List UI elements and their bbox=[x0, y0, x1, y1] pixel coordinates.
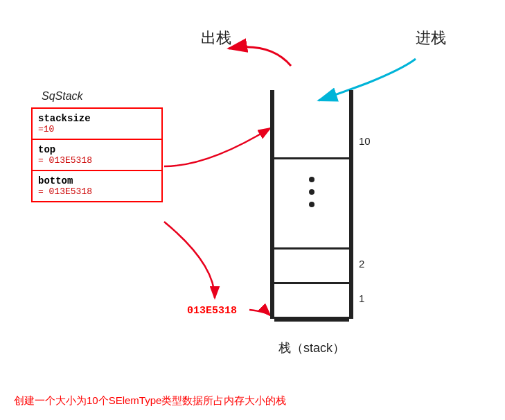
sqstack-label: SqStack bbox=[42, 90, 83, 103]
stack-num-10: 10 bbox=[359, 135, 371, 147]
top-name: top bbox=[38, 144, 156, 155]
stack-num-2: 2 bbox=[359, 258, 364, 270]
stacksize-value: =10 bbox=[38, 124, 156, 134]
chuzhan-label: 出栈 bbox=[201, 28, 231, 49]
stack-cell-10 bbox=[274, 125, 349, 159]
bottom-description: 创建一个大小为10个SElemType类型数据所占内存大小的栈 bbox=[14, 394, 286, 408]
stack-right-rail bbox=[349, 90, 353, 319]
bottom-name: bottom bbox=[38, 175, 156, 186]
stack-cell-2 bbox=[274, 250, 349, 284]
bottom-field: bottom = 013E5318 bbox=[33, 171, 161, 201]
dot-3 bbox=[309, 202, 314, 207]
bottom-value: = 013E5318 bbox=[38, 186, 156, 197]
top-value: = 013E5318 bbox=[38, 155, 156, 166]
dot-1 bbox=[309, 177, 314, 182]
stack-cell-mid bbox=[274, 159, 349, 250]
stacksize-name: stacksize bbox=[38, 113, 156, 124]
arrows-svg bbox=[0, 0, 505, 420]
struct-box: stacksize =10 top = 013E5318 bottom = 01… bbox=[31, 107, 163, 202]
stack-num-1: 1 bbox=[359, 292, 364, 304]
address-label: 013E5318 bbox=[187, 305, 237, 317]
stacksize-field: stacksize =10 bbox=[33, 109, 161, 140]
stack-cell-1 bbox=[274, 284, 349, 319]
main-container: 出栈 进栈 SqStack stacksize =10 top = 013E53… bbox=[0, 0, 505, 420]
dot-2 bbox=[309, 189, 314, 195]
jinzhan-label: 进栈 bbox=[416, 28, 446, 49]
stack-bottom-border bbox=[274, 319, 349, 322]
stack-bottom-label: 栈（stack） bbox=[270, 340, 353, 356]
top-field: top = 013E5318 bbox=[33, 140, 161, 171]
